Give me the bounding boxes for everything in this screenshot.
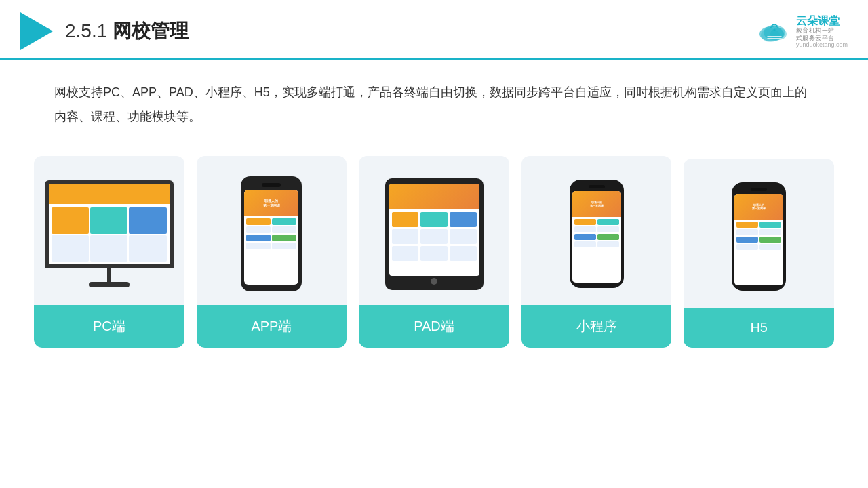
card-pad-image: [359, 156, 509, 305]
phone-block: [272, 235, 296, 241]
mini-block: [597, 234, 619, 240]
triangle-logo-icon: [20, 12, 53, 50]
phone-block: [272, 243, 296, 249]
mini-phone-row: [574, 241, 619, 247]
mini-phone-body-content: [572, 217, 621, 249]
svg-point-6: [773, 29, 775, 31]
mini-phone-row: [574, 219, 619, 225]
card-miniprogram: 职通人的第一堂网课: [521, 156, 672, 348]
header-left: 2.5.1 网校管理: [20, 12, 189, 50]
screen-block-3: [129, 207, 166, 234]
monitor-device: [45, 180, 174, 287]
tablet-body: [385, 178, 484, 290]
card-app: 职通人的第一堂网课: [197, 156, 347, 348]
card-pad: PAD端: [359, 156, 509, 348]
mini-phone-screen: 职通人的第一堂网课: [572, 191, 621, 283]
mini-phone-row: [574, 234, 619, 240]
phone-block: [246, 235, 271, 241]
phone-notch: [262, 183, 281, 187]
card-h5-image: 职通人的第一堂网课: [684, 159, 834, 308]
h5-mini-block: [736, 244, 758, 250]
phone-block: [272, 226, 296, 233]
phone-block: [246, 243, 271, 249]
screen-block-2: [90, 207, 127, 234]
h5-mini-block: [760, 244, 781, 250]
mini-phone-device: 职通人的第一堂网课: [570, 180, 624, 288]
tablet-block: [392, 229, 419, 244]
mini-phone-header: 职通人的第一堂网课: [572, 191, 621, 217]
tablet-screen: [389, 184, 479, 276]
cards-container: PC端 职通人的第一堂网课: [0, 129, 868, 348]
mini-block: [574, 219, 596, 225]
phone-screen: 职通人的第一堂网课: [244, 190, 298, 285]
h5-mini-block: [760, 237, 781, 243]
phone-row-3: [246, 235, 296, 241]
card-app-image: 职通人的第一堂网课: [197, 156, 347, 305]
header-right: 云朵课堂 教育机构一站 式服务云平台 yunduoketang.com: [757, 14, 848, 49]
mini-phone-notch: [589, 185, 605, 188]
phone-screen-body: [244, 216, 298, 251]
tablet-home-button: [431, 278, 437, 285]
mini-block: [574, 234, 596, 240]
tablet-device: [385, 178, 484, 290]
tablet-block: [420, 212, 448, 227]
mini-block: [597, 241, 619, 247]
monitor-stand: [107, 268, 111, 282]
h5-mini-block: [736, 237, 758, 243]
mini-block: [597, 219, 619, 225]
phone-block: [272, 218, 296, 225]
h5-mini-block: [736, 229, 758, 235]
mini-phone-row: [574, 226, 619, 232]
tablet-screen-header: [389, 184, 479, 209]
h5-phone-body: 职通人的第一堂网课: [732, 182, 786, 291]
h5-phone-row: [736, 222, 781, 228]
phone-body: 职通人的第一堂网课: [241, 176, 302, 291]
tablet-block: [450, 246, 477, 261]
h5-phone-row: [736, 237, 781, 243]
card-miniprogram-image: 职通人的第一堂网课: [521, 156, 672, 305]
mini-block: [597, 226, 619, 232]
phone-row-4: [246, 243, 296, 249]
phone-row-2: [246, 226, 296, 233]
screen-block-1: [52, 207, 89, 234]
h5-phone-notch: [751, 188, 767, 191]
h5-phone-header: 职通人的第一堂网课: [734, 194, 783, 220]
cloud-icon: [757, 19, 792, 43]
mini-phone-body: 职通人的第一堂网课: [570, 180, 624, 288]
screen-block-6: [129, 235, 166, 262]
h5-mini-block: [736, 222, 758, 228]
phone-row-1: [246, 218, 296, 225]
monitor-base: [89, 282, 130, 287]
h5-phone-device: 职通人的第一堂网课: [732, 182, 786, 291]
tablet-block: [450, 212, 477, 227]
card-h5: 职通人的第一堂网课: [684, 159, 834, 348]
phone-screen-header: 职通人的第一堂网课: [244, 190, 298, 216]
mini-block: [574, 226, 596, 232]
page-title: 2.5.1 网校管理: [65, 18, 189, 44]
tablet-block: [392, 212, 419, 227]
monitor-screen-content: [49, 205, 170, 265]
h5-phone-row: [736, 229, 781, 235]
cloud-logo: 云朵课堂 教育机构一站 式服务云平台 yunduoketang.com: [757, 14, 848, 49]
mini-block: [574, 241, 596, 247]
phone-device: 职通人的第一堂网课: [241, 176, 302, 291]
monitor-screen: [45, 180, 174, 268]
card-pc-label: PC端: [34, 305, 184, 348]
tablet-screen-body: [389, 209, 479, 264]
screen-block-4: [52, 235, 89, 262]
card-pad-label: PAD端: [359, 305, 509, 348]
tablet-block: [450, 229, 477, 244]
screen-block-5: [90, 235, 127, 262]
logo-text-block: 云朵课堂 教育机构一站 式服务云平台 yunduoketang.com: [796, 14, 848, 49]
h5-phone-body-content: [734, 220, 783, 252]
description-text: 网校支持PC、APP、PAD、小程序、H5，实现多端打通，产品各终端自由切换，数…: [0, 60, 868, 129]
h5-mini-block: [760, 222, 781, 228]
card-h5-label: H5: [684, 308, 834, 348]
h5-mini-block: [760, 229, 781, 235]
tablet-block: [392, 246, 419, 261]
monitor-screen-inner: [49, 184, 170, 264]
header: 2.5.1 网校管理 云朵课堂 教育机构一站 式服务云: [0, 0, 868, 60]
h5-phone-row: [736, 244, 781, 250]
h5-phone-screen: 职通人的第一堂网课: [734, 194, 783, 285]
phone-block: [246, 226, 271, 233]
